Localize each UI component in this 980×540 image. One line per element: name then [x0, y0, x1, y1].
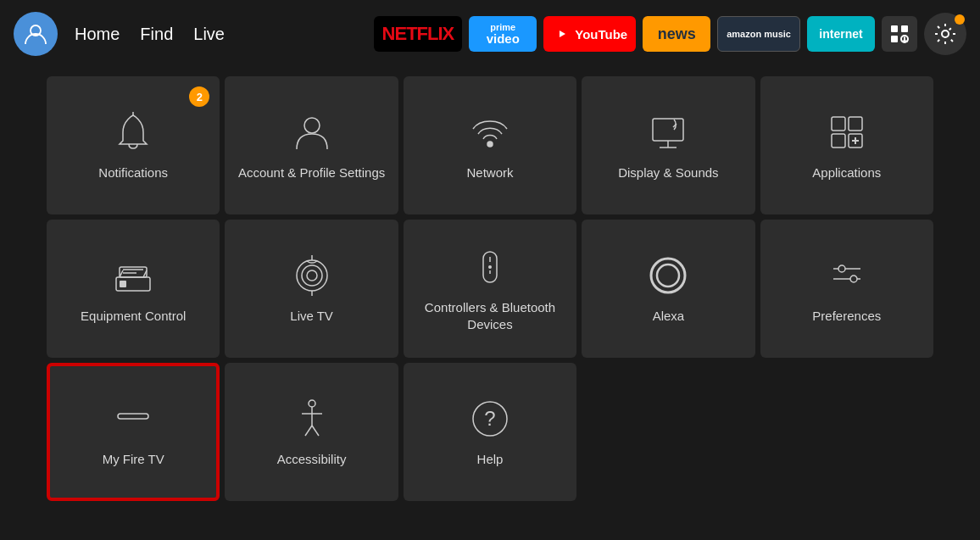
- display-sounds-icon: [646, 110, 690, 154]
- tile-applications[interactable]: Applications: [760, 76, 933, 214]
- live-tv-icon: [290, 253, 334, 298]
- settings-tiles: 2 Notifications Account & Profile Settin…: [47, 76, 933, 501]
- svg-rect-24: [120, 281, 126, 287]
- accessibility-label: Accessibility: [277, 451, 347, 468]
- nav-home[interactable]: Home: [75, 21, 120, 47]
- svg-rect-3: [891, 25, 898, 32]
- svg-point-12: [487, 142, 493, 147]
- svg-text:?: ?: [484, 407, 495, 430]
- svg-point-31: [302, 265, 322, 286]
- svg-rect-17: [832, 117, 845, 131]
- alexa-icon: [646, 253, 690, 298]
- tile-controllers-bluetooth[interactable]: Controllers & Bluetooth Devices: [404, 220, 576, 358]
- app-netflix[interactable]: NETFLIX: [374, 16, 463, 52]
- settings-button[interactable]: [924, 13, 966, 55]
- tile-my-fire-tv[interactable]: My Fire TV: [47, 363, 220, 501]
- preferences-label: Preferences: [812, 308, 881, 325]
- svg-rect-27: [120, 267, 147, 277]
- settings-grid: 2 Notifications Account & Profile Settin…: [0, 68, 980, 509]
- tile-notifications[interactable]: 2 Notifications: [47, 76, 220, 214]
- notification-badge: 2: [189, 86, 209, 107]
- nav-links: Home Find Live: [75, 21, 225, 47]
- svg-point-37: [488, 265, 492, 269]
- svg-point-46: [309, 400, 315, 407]
- svg-line-50: [312, 426, 319, 436]
- apps-grid-button[interactable]: [882, 16, 917, 52]
- notifications-icon: [111, 110, 155, 154]
- help-label: Help: [477, 451, 504, 468]
- tile-preferences[interactable]: Preferences: [760, 220, 933, 358]
- app-amazonmusic[interactable]: amazon music: [717, 16, 800, 52]
- my-fire-tv-label: My Fire TV: [103, 451, 164, 468]
- help-icon: ?: [468, 397, 512, 441]
- controllers-label: Controllers & Bluetooth Devices: [404, 299, 576, 332]
- accessibility-icon: [290, 397, 334, 441]
- user-avatar[interactable]: [14, 12, 58, 56]
- settings-notification-dot: [955, 14, 965, 25]
- app-news[interactable]: news: [643, 16, 710, 52]
- svg-point-11: [304, 118, 320, 133]
- tile-alexa[interactable]: Alexa: [582, 220, 754, 358]
- tile-equipment-control[interactable]: Equipment Control: [47, 220, 220, 358]
- account-icon: [290, 110, 334, 154]
- my-fire-tv-icon: [111, 397, 155, 441]
- nav-live[interactable]: Live: [193, 21, 225, 47]
- tile-account-profile[interactable]: Account & Profile Settings: [225, 76, 398, 214]
- svg-point-9: [942, 31, 949, 37]
- display-sounds-label: Display & Sounds: [618, 164, 718, 181]
- svg-point-44: [850, 276, 857, 282]
- nav-find[interactable]: Find: [140, 21, 173, 47]
- nav-apps: NETFLIX prime video YouTube news amazon …: [374, 13, 966, 55]
- applications-label: Applications: [812, 164, 881, 181]
- svg-point-40: [657, 264, 679, 287]
- tile-display-sounds[interactable]: Display & Sounds: [582, 76, 754, 214]
- tile-live-tv[interactable]: Live TV: [225, 220, 398, 358]
- applications-icon: [825, 110, 869, 154]
- preferences-icon: [825, 253, 869, 298]
- live-tv-label: Live TV: [290, 308, 333, 325]
- tile-network[interactable]: Network: [404, 76, 576, 214]
- svg-rect-18: [849, 117, 862, 131]
- tile-accessibility[interactable]: Accessibility: [225, 363, 398, 501]
- svg-point-43: [838, 265, 845, 272]
- app-youtube[interactable]: YouTube: [543, 16, 636, 52]
- equipment-control-label: Equipment Control: [81, 308, 186, 325]
- tile-help[interactable]: ? Help: [404, 363, 576, 501]
- svg-rect-19: [832, 134, 845, 148]
- svg-rect-5: [891, 36, 898, 42]
- app-internet[interactable]: internet: [807, 16, 875, 52]
- svg-rect-4: [901, 25, 908, 32]
- svg-rect-45: [118, 414, 148, 419]
- svg-point-32: [307, 270, 317, 281]
- svg-line-49: [305, 426, 312, 436]
- account-label: Account & Profile Settings: [238, 164, 385, 181]
- network-icon: [468, 110, 512, 154]
- network-label: Network: [466, 164, 513, 181]
- navbar: Home Find Live NETFLIX prime video YouTu…: [0, 0, 980, 68]
- notifications-label: Notifications: [98, 164, 168, 181]
- app-primevideo[interactable]: prime video: [469, 16, 537, 52]
- alexa-label: Alexa: [653, 308, 685, 325]
- equipment-control-icon: [111, 253, 155, 298]
- controllers-icon: [468, 245, 512, 289]
- svg-rect-13: [653, 119, 683, 141]
